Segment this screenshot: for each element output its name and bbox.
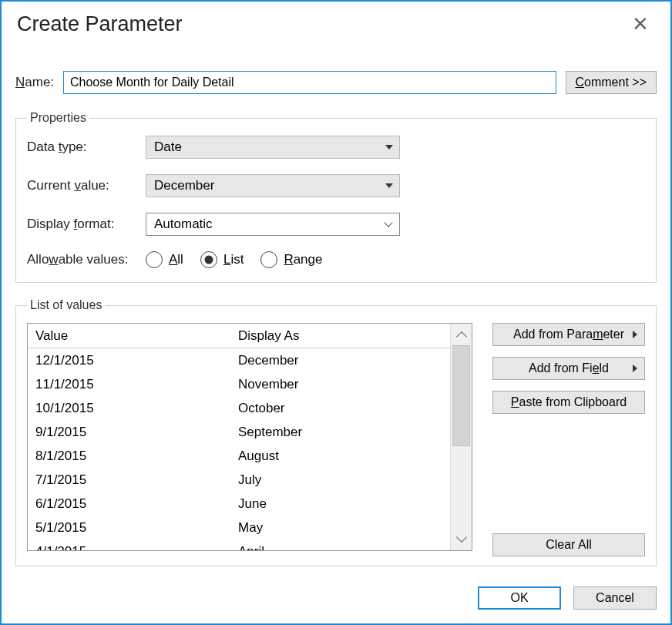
scrollbar[interactable] <box>450 324 472 550</box>
cell-display: August <box>230 449 450 464</box>
dialog-title: Create Parameter <box>17 12 183 36</box>
create-parameter-dialog: Create Parameter ✕ Name: Comment >> Prop… <box>0 0 672 625</box>
close-icon[interactable]: ✕ <box>624 11 657 37</box>
data-type-dropdown[interactable]: Date <box>146 136 400 159</box>
table-row[interactable]: 10/1/2015October <box>28 396 450 420</box>
list-of-values-fieldset: List of values Value Display As 12/1/201… <box>15 298 657 566</box>
cell-value: 10/1/2015 <box>28 401 230 416</box>
current-value-label: Current value: <box>27 178 146 193</box>
current-value: December <box>154 178 214 193</box>
table-row[interactable]: 12/1/2015December <box>28 348 450 372</box>
cell-value: 6/1/2015 <box>28 496 230 512</box>
data-type-value: Date <box>154 139 182 155</box>
cell-value: 5/1/2015 <box>28 520 230 536</box>
cell-display: July <box>230 472 450 488</box>
table-row[interactable]: 9/1/2015September <box>28 420 450 444</box>
dialog-footer: OK Cancel <box>2 576 670 623</box>
cell-display: April <box>230 544 450 551</box>
cell-display: May <box>230 520 450 536</box>
properties-legend: Properties <box>27 111 89 125</box>
table-row[interactable]: 5/1/2015May <box>28 516 450 539</box>
display-format-dropdown[interactable]: Automatic <box>146 213 400 236</box>
cell-value: 8/1/2015 <box>28 449 230 464</box>
ok-button[interactable]: OK <box>478 586 561 610</box>
clear-all-button[interactable]: Clear All <box>492 533 645 556</box>
radio-list[interactable]: List <box>200 251 244 268</box>
radio-icon <box>260 251 277 268</box>
col-header-value[interactable]: Value <box>28 328 230 344</box>
cell-display: October <box>230 401 450 416</box>
name-label: Name: <box>15 75 63 90</box>
cell-display: September <box>230 425 450 440</box>
cell-value: 12/1/2015 <box>28 353 230 368</box>
allowable-values-group: All List Range <box>146 251 322 268</box>
name-input[interactable] <box>63 71 556 94</box>
table-row[interactable]: 8/1/2015August <box>28 444 450 468</box>
chevron-down-icon <box>384 220 393 229</box>
comment-button[interactable]: Comment >> <box>566 71 657 94</box>
radio-all[interactable]: All <box>146 251 183 268</box>
add-from-parameter-button[interactable]: Add from Parameter <box>492 323 645 346</box>
scroll-down-icon[interactable] <box>451 529 472 550</box>
list-of-values-legend: List of values <box>27 298 105 312</box>
values-grid[interactable]: Value Display As 12/1/2015December11/1/2… <box>27 323 472 551</box>
scroll-thumb[interactable] <box>452 345 470 446</box>
titlebar: Create Parameter ✕ <box>2 2 670 46</box>
table-row[interactable]: 11/1/2015November <box>28 372 450 396</box>
display-format-label: Display format: <box>27 217 146 232</box>
radio-icon <box>200 251 217 268</box>
table-row[interactable]: 7/1/2015July <box>28 468 450 492</box>
current-value-dropdown[interactable]: December <box>146 174 400 197</box>
cell-display: June <box>230 496 450 512</box>
radio-list-label: List <box>223 252 244 267</box>
cell-display: November <box>230 377 450 392</box>
grid-header: Value Display As <box>28 324 450 348</box>
table-row[interactable]: 4/1/2015April <box>28 539 450 550</box>
radio-icon <box>146 251 163 268</box>
table-row[interactable]: 6/1/2015June <box>28 492 450 516</box>
cell-value: 11/1/2015 <box>28 377 230 392</box>
properties-fieldset: Properties Data type: Date Current value… <box>15 111 657 283</box>
allowable-values-label: Allowable values: <box>27 252 146 267</box>
submenu-arrow-icon <box>633 331 637 338</box>
scroll-up-icon[interactable] <box>451 324 472 345</box>
add-from-field-button[interactable]: Add from Field <box>492 357 645 380</box>
display-format-value: Automatic <box>154 217 213 232</box>
radio-all-label: All <box>169 252 183 267</box>
col-header-display[interactable]: Display As <box>230 328 450 344</box>
submenu-arrow-icon <box>633 365 637 372</box>
cell-value: 9/1/2015 <box>28 425 230 440</box>
scroll-track[interactable] <box>451 345 472 529</box>
cell-value: 7/1/2015 <box>28 472 230 488</box>
radio-range[interactable]: Range <box>260 251 322 268</box>
paste-from-clipboard-button[interactable]: Paste from Clipboard <box>492 391 645 414</box>
chevron-down-icon <box>385 145 393 150</box>
data-type-label: Data type: <box>27 139 146 155</box>
radio-range-label: Range <box>284 252 322 267</box>
cell-display: December <box>230 353 450 368</box>
cell-value: 4/1/2015 <box>28 544 230 551</box>
cancel-button[interactable]: Cancel <box>573 586 657 610</box>
chevron-down-icon <box>385 183 393 188</box>
